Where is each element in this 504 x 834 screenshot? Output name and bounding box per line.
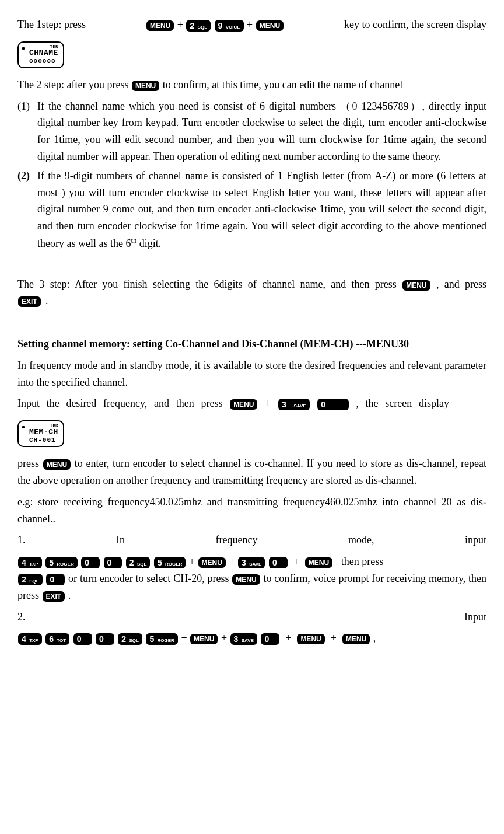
- item2-content: If the 9-digit numbers of channel name i…: [37, 168, 487, 252]
- key-0-icon: 0: [104, 557, 123, 568]
- input-desired-prefix: Input the desired frequency, and then pr…: [18, 397, 229, 409]
- menu-key-icon: MENU: [43, 459, 71, 470]
- key-2sql-icon: 2 SQL: [186, 20, 211, 32]
- ex2-key-seq: 4 TXP 6 TOT 0 0 2 SQL 5 ROGER + MENU + 3…: [18, 632, 373, 644]
- ex1-w3: mode,: [348, 532, 374, 549]
- menu-key-icon: MENU: [342, 634, 370, 644]
- key-3save-icon: 3 SAVE: [238, 557, 265, 568]
- key-6tot-icon: 6 TOT: [46, 633, 69, 645]
- plus-text: +: [181, 632, 187, 644]
- key-0-icon: 0: [269, 557, 288, 568]
- key-9voice-icon: 9 VOICE: [215, 20, 244, 32]
- item2-text-b: digit.: [136, 238, 161, 249]
- step1-line: The 1step: press MENU + 2 SQL 9 VOICE + …: [18, 16, 487, 33]
- step1-keys: MENU + 2 SQL 9 VOICE + MENU: [146, 16, 284, 33]
- list-item-1: (1) If the channel name which you need i…: [18, 98, 487, 165]
- list-marker: (1): [18, 98, 37, 165]
- menu-key-icon: MENU: [256, 20, 284, 31]
- step1-suffix: key to confirm, the screen display: [344, 16, 487, 33]
- key-5roger-icon: 5 ROGER: [154, 557, 186, 568]
- ex1-num: 1.: [18, 532, 26, 549]
- key-0-icon: 0: [96, 633, 114, 645]
- step3-line: The 3 step: After you finish selecting t…: [18, 276, 487, 310]
- plus-text: +: [177, 19, 183, 30]
- plus-text: +: [229, 556, 235, 567]
- key-2sql-icon: 2 SQL: [126, 557, 150, 568]
- ex2-w: Input: [464, 609, 487, 626]
- ex1-then-press: then press: [341, 556, 383, 567]
- ex2-line1: 2. Input: [18, 609, 487, 626]
- key-2sql-icon: 2 SQL: [18, 574, 43, 585]
- key-0-icon: 0: [74, 633, 92, 645]
- step3-b: , and press: [436, 278, 487, 290]
- plus-text: +: [285, 632, 291, 644]
- key-5roger-icon: 5 ROGER: [46, 557, 77, 568]
- ex1-tail-c: .: [68, 589, 71, 601]
- menu-key-icon: MENU: [230, 399, 257, 410]
- menu-key-icon: MENU: [305, 557, 332, 568]
- key-4txp-icon: 4 TXP: [18, 633, 42, 645]
- item1-text: If the channel name which you need is co…: [37, 98, 487, 165]
- ordinal-sup: th: [131, 236, 136, 245]
- input-desired-keys: MENU + 3 SAVE 0: [229, 397, 356, 409]
- step1-prefix: The 1step: press: [18, 16, 86, 33]
- ex2-comma: ,: [373, 632, 376, 644]
- item2-text-a: If the 9-digit numbers of channel name i…: [37, 170, 487, 249]
- menu-key-icon: MENU: [190, 634, 218, 644]
- input-desired-line: Input the desired frequency, and then pr…: [18, 395, 487, 412]
- ex1-tail-a: or turn encoder to select CH-20, press: [68, 573, 232, 584]
- menu-key-icon: MENU: [146, 20, 174, 31]
- ex1-keys-line: 4 TXP 5 ROGER 0 0 2 SQL 5 ROGER + MENU +…: [18, 553, 487, 603]
- key-5roger-icon: 5 ROGER: [146, 633, 177, 645]
- ex1-line1: 1. In frequency mode, input: [18, 532, 487, 549]
- exit-key-icon: EXIT: [43, 591, 65, 602]
- key-0-icon: 0: [317, 399, 348, 410]
- list-item-2: (2) If the 9-digit numbers of channel na…: [18, 168, 487, 252]
- input-desired-suffix: , the screen display: [356, 397, 449, 409]
- ex1-w4: input: [465, 532, 487, 549]
- key-0-icon: 0: [81, 557, 100, 568]
- key-0-icon: 0: [261, 633, 279, 645]
- ex2-num: 2.: [18, 609, 26, 626]
- lcd-memch-icon: TDR MEM-CH CH-001: [18, 420, 64, 447]
- ex2-keys-line: 4 TXP 6 TOT 0 0 2 SQL 5 ROGER + MENU + 3…: [18, 630, 487, 647]
- ex1-key-seq: 4 TXP 5 ROGER 0 0 2 SQL 5 ROGER + MENU +…: [18, 556, 336, 567]
- plus-text: +: [189, 556, 195, 567]
- step3-a: The 3 step: After you finish selecting t…: [18, 278, 402, 290]
- menu-key-icon: MENU: [232, 574, 260, 585]
- ex1-key-seq-2: 2 SQL 0: [18, 573, 68, 584]
- press-enter-para: press MENU to enter, turn encoder to sel…: [18, 455, 487, 489]
- list-marker: (2): [18, 168, 37, 252]
- key-0-icon: 0: [46, 574, 65, 585]
- section-heading: Setting channel memory: setting Co-Chann…: [18, 336, 487, 353]
- key-3save-icon: 3 SAVE: [278, 399, 310, 410]
- lcd-chname-icon: TDR CHNAME 000000: [18, 41, 64, 68]
- ex1-w2: frequency: [216, 532, 258, 549]
- plus-text: +: [247, 19, 253, 30]
- step3-c: .: [46, 295, 48, 306]
- menu-key-icon: MENU: [402, 280, 430, 291]
- step2-suffix: to confirm, at this time, you can edit t…: [163, 79, 402, 90]
- example-intro: e.g: store receiving frequency450.025mhz…: [18, 494, 487, 528]
- menu-key-icon: MENU: [132, 81, 159, 91]
- exit-key-icon: EXIT: [18, 296, 41, 307]
- ex1-w1: In: [116, 532, 125, 549]
- menu-key-icon: MENU: [297, 634, 324, 644]
- step2-line: The 2 step: after you press MENU to conf…: [18, 76, 487, 93]
- menu-key-icon: MENU: [198, 557, 226, 568]
- plus-text: +: [265, 397, 271, 409]
- plus-text: +: [221, 632, 227, 644]
- key-3save-icon: 3 SAVE: [230, 633, 257, 645]
- press-enter-b: to enter, turn encoder to select channel…: [18, 458, 487, 486]
- press-enter-a: press: [18, 458, 43, 469]
- key-2sql-icon: 2 SQL: [118, 633, 142, 645]
- plus-text: +: [331, 632, 337, 644]
- plus-text: +: [293, 556, 299, 567]
- section-intro: In frequency mode and in standby mode, i…: [18, 357, 487, 391]
- step2-prefix: The 2 step: after you press: [18, 79, 131, 90]
- key-4txp-icon: 4 TXP: [18, 557, 42, 568]
